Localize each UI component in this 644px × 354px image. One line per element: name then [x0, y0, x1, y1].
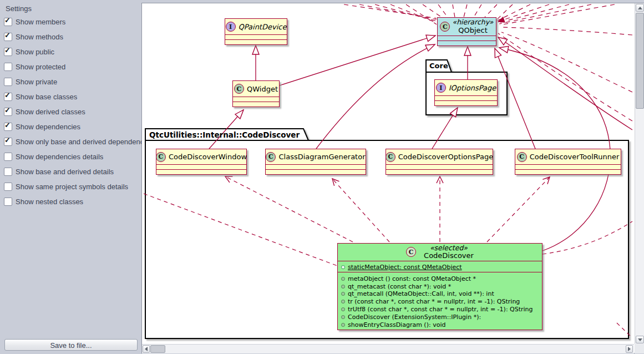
horizontal-scrollbar	[142, 344, 634, 353]
checkbox[interactable]	[4, 63, 12, 71]
checkbox-label: Show private	[16, 78, 57, 86]
checkbox-label: Show nested classes	[16, 198, 83, 206]
class-name: QObject	[458, 27, 488, 35]
check-icon: ✓	[4, 47, 11, 54]
scrollbar-corner	[635, 344, 644, 353]
checkbox[interactable]: ✓	[4, 93, 12, 101]
public-method-icon	[341, 315, 345, 319]
check-icon: ✓	[4, 17, 11, 24]
class-icon: C	[234, 84, 244, 94]
code-discover-window: Settings ✓ Show members ✓ Show methods ✓…	[0, 0, 644, 354]
scroll-left-button[interactable]	[143, 345, 150, 353]
horizontal-scroll-thumb[interactable]	[150, 345, 165, 353]
save-to-file-button[interactable]: Save to file...	[4, 339, 138, 351]
class-node-codediscover-selected[interactable]: C «selected» CodeDiscover staticMetaObje…	[337, 243, 542, 330]
arrow-left-icon	[145, 347, 148, 351]
methods-compartment	[386, 169, 493, 174]
methods-compartment	[225, 39, 287, 44]
methods-compartment	[515, 169, 621, 174]
class-name: ClassDiagramGenerator	[278, 153, 365, 161]
checkbox-show-base-derived-details[interactable]: Show base and derived details	[4, 164, 114, 179]
class-name: CodeDiscover	[424, 252, 474, 260]
checkbox-label: Show base and derived details	[16, 168, 114, 176]
class-name: IOptionsPage	[449, 84, 496, 92]
checkbox-label: Show derived classes	[16, 108, 85, 116]
class-node-qpaintdevice[interactable]: I QPaintDevice	[225, 18, 287, 45]
checkbox[interactable]	[4, 168, 12, 176]
interface-icon: I	[226, 22, 236, 32]
checkbox[interactable]: ✓	[4, 123, 12, 131]
checkbox-show-methods[interactable]: ✓ Show methods	[4, 29, 63, 44]
class-icon: C	[517, 152, 527, 162]
checkbox-show-private[interactable]: Show private	[4, 74, 57, 89]
class-node-codediscoveroptionspage[interactable]: C CodeDiscoverOptionsPage	[386, 149, 493, 175]
method-text: qt_metacast (const char *): void *	[348, 283, 451, 290]
method-text: showEntryClassDiagram (): void	[348, 321, 445, 328]
class-node-classdiagramgenerator[interactable]: C ClassDiagramGenerator	[265, 149, 366, 175]
fields-compartment	[515, 164, 621, 169]
settings-sidebar: Settings ✓ Show members ✓ Show methods ✓…	[0, 0, 141, 354]
checkbox[interactable]: ✓	[4, 48, 12, 56]
class-node-ioptionspage[interactable]: I IOptionsPage	[434, 79, 498, 106]
checkbox-label: Show methods	[16, 33, 63, 41]
class-name: CodeDiscoverOptionsPage	[398, 153, 493, 161]
public-method-icon	[341, 292, 345, 296]
checkbox[interactable]	[4, 153, 12, 161]
vertical-scroll-thumb[interactable]	[636, 13, 644, 109]
checkbox-show-members[interactable]: ✓ Show members	[4, 14, 65, 29]
checkbox[interactable]: ✓	[4, 18, 12, 26]
methods-compartment: metaObject () const: const QMetaObject *…	[338, 272, 542, 330]
checkbox-show-dependencies-details[interactable]: Show dependencies details	[4, 149, 103, 164]
diagram-canvas: QtcUtilities::Internal::CodeDiscover Cor…	[142, 3, 634, 344]
fields-compartment	[435, 95, 497, 100]
method-row: CodeDiscover (ExtensionSystem::IPlugin *…	[341, 313, 539, 321]
public-method-icon	[341, 285, 345, 289]
checkbox[interactable]	[4, 78, 12, 86]
interface-icon: I	[436, 83, 446, 93]
class-node-codediscovertoolrunner[interactable]: C CodeDiscoverToolRunner	[515, 149, 621, 175]
class-node-codediscoverwindow[interactable]: C CodeDiscoverWindow	[156, 149, 247, 175]
checkbox-show-protected[interactable]: Show protected	[4, 59, 65, 74]
checkbox[interactable]	[4, 183, 12, 191]
method-row: showEntryClassDiagram (): void	[341, 321, 539, 328]
checkbox[interactable]: ✓	[4, 33, 12, 41]
class-icon: C	[386, 152, 395, 162]
checkbox-label: Show members	[16, 18, 65, 26]
checkbox-show-nested-classes[interactable]: Show nested classes	[4, 194, 83, 209]
sidebar-title: Settings	[6, 4, 32, 13]
scroll-right-button[interactable]	[626, 345, 633, 353]
fields-compartment	[156, 164, 246, 169]
method-row: trUtf8 (const char *, const char * = nul…	[341, 306, 539, 313]
method-text: CodeDiscover (ExtensionSystem::IPlugin *…	[348, 313, 481, 321]
package-title-main[interactable]: QtcUtilities::Internal::CodeDiscover	[149, 130, 300, 139]
public-method-icon	[341, 300, 345, 304]
check-icon: ✓	[4, 122, 11, 129]
scroll-up-button[interactable]	[636, 4, 644, 12]
public-method-icon	[341, 323, 345, 327]
class-node-qwidget[interactable]: C QWidget	[232, 80, 280, 107]
class-node-qobject[interactable]: C «hierarchy» QObject	[437, 17, 496, 46]
checkbox[interactable]	[4, 198, 12, 206]
checkbox-show-dependencies[interactable]: ✓ Show dependencies	[4, 119, 80, 134]
scroll-down-button[interactable]	[636, 336, 644, 343]
method-row: qt_metacall (QMetaObject::Call, int, voi…	[341, 290, 539, 298]
checkbox-show-base-classes[interactable]: ✓ Show base classes	[4, 89, 77, 104]
checkbox-show-public[interactable]: ✓ Show public	[4, 44, 54, 59]
methods-compartment	[435, 100, 497, 105]
checkbox[interactable]: ✓	[4, 138, 12, 146]
methods-compartment	[266, 169, 366, 174]
methods-compartment	[233, 102, 279, 107]
fields-compartment	[225, 34, 287, 39]
checkbox-show-same-project-symbols-details[interactable]: Show same project symbols details	[4, 179, 128, 194]
fields-compartment	[266, 164, 366, 169]
vertical-scrollbar	[635, 3, 644, 344]
public-field-icon	[341, 265, 345, 269]
checkbox-show-derived-classes[interactable]: ✓ Show derived classes	[4, 104, 85, 119]
package-title-core[interactable]: Core	[429, 62, 448, 70]
arrow-right-icon	[628, 347, 631, 351]
class-icon: C	[440, 22, 450, 32]
checkbox[interactable]: ✓	[4, 108, 12, 116]
checkbox-show-only-base-derived-deps[interactable]: ✓ Show only base and derived dependencie…	[4, 134, 153, 149]
checkbox-label: Show only base and derived dependencies	[16, 138, 153, 146]
method-text: qt_metacall (QMetaObject::Call, int, voi…	[348, 290, 494, 297]
